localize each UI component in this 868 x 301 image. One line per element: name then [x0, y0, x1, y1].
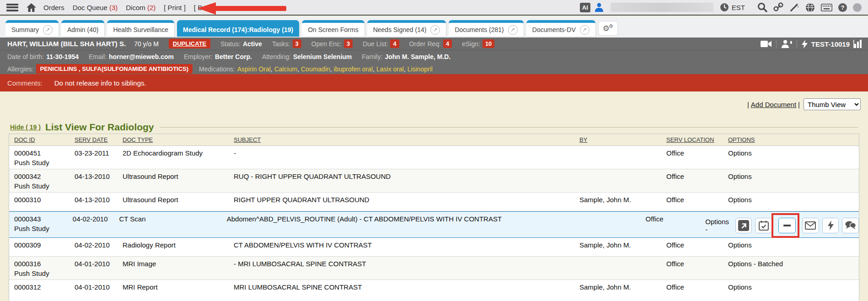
schedule-button[interactable]	[755, 218, 772, 233]
hide-list-link[interactable]: Hide ( 19 )	[10, 124, 41, 131]
family-value: John M. Sample, M.D.	[385, 53, 450, 60]
cell-serv-date: 04-02-2010	[75, 241, 123, 256]
col-options[interactable]: OPTIONS	[728, 136, 755, 143]
ai-badge[interactable]: AI	[580, 3, 590, 12]
col-serv-location[interactable]: SERV LOCATION	[666, 136, 714, 143]
bar-chart-icon[interactable]	[853, 40, 863, 48]
medication-link[interactable]: Lisinopril	[407, 65, 433, 73]
tasks-count-badge[interactable]: 3	[293, 39, 301, 48]
table-row[interactable]: 000031004-13-2010Ultrasound ReportRIGHT …	[9, 193, 859, 211]
hamburger-menu-icon[interactable]	[6, 4, 18, 11]
cell-doc-id: 0000310	[14, 196, 75, 211]
add-document-link[interactable]: Add Document	[751, 101, 796, 108]
medication-link[interactable]: Aspirin Oral	[237, 65, 271, 73]
cell-serv-date: 04-01-2010	[75, 283, 123, 301]
video-camera-icon[interactable]	[761, 40, 772, 48]
email-button[interactable]	[802, 218, 819, 233]
family-label: Family:	[362, 53, 382, 60]
lightning-icon[interactable]	[802, 40, 808, 48]
help-icon[interactable]: ?	[838, 3, 847, 12]
nav-dicom[interactable]: Dicom (2)	[126, 4, 155, 11]
tab-admin[interactable]: Admin (40)	[61, 20, 104, 37]
options-link[interactable]: Options -	[705, 218, 732, 233]
options-link[interactable]: Options	[728, 283, 752, 291]
duplicate-badge[interactable]: DUPLICATE	[169, 39, 210, 48]
open-enc-count-badge[interactable]: 3	[344, 39, 353, 48]
comments-button[interactable]	[842, 218, 859, 233]
cell-serv-location: Office	[666, 196, 728, 211]
medication-link[interactable]: Coumadin	[301, 65, 330, 73]
col-doc-id[interactable]: DOC ID	[14, 136, 35, 143]
globe-icon[interactable]	[805, 3, 815, 12]
cell-subject: - MRI LUMBOSACRAL SPINE CONTRAST	[234, 260, 579, 280]
col-serv-date[interactable]: SERV DATE	[75, 136, 107, 143]
patient-name: HART, WILLIAM (BILL SHA HART) S.	[7, 40, 126, 48]
col-subject[interactable]: SUBJECT	[234, 136, 261, 143]
esign-count-badge[interactable]: 10	[482, 39, 494, 48]
cell-doc-type: Radiology Report	[123, 241, 234, 256]
external-link-icon[interactable]: ↗	[580, 25, 589, 35]
table-row[interactable]: 000031204-01-2010MRI ReportMRI LUMBOSACR…	[9, 280, 859, 301]
external-link-icon[interactable]: ↗	[508, 25, 518, 35]
table-row[interactable]: 0000342Push Study04-13-2010Ultrasound Re…	[9, 169, 859, 193]
allergies-badge[interactable]: PENICILLINS , SULFA(SULFONAMIDE ANTIBIOT…	[36, 64, 193, 74]
col-doc-type[interactable]: DOC TYPE	[123, 136, 153, 143]
keyboard-icon[interactable]	[821, 4, 832, 11]
avatar-placeholder[interactable]	[853, 3, 862, 12]
cell-subject: -	[234, 149, 579, 169]
tab-documents-dv[interactable]: Documents-DV↗	[526, 20, 595, 37]
col-by[interactable]: BY	[579, 136, 587, 143]
tab-summary[interactable]: Summary↗	[5, 20, 59, 37]
table-row[interactable]: 0000451Push Study03-23-20112D Echocardio…	[9, 146, 859, 169]
due-list-count-badge[interactable]: 4	[390, 39, 399, 48]
external-link-icon[interactable]: ↗	[430, 25, 440, 35]
medication-link[interactable]: Lasix oral	[376, 65, 404, 73]
search-icon[interactable]	[757, 2, 767, 12]
nav-orders[interactable]: Orders	[43, 4, 64, 11]
tab-on-screen-forms[interactable]: On Screen Forms	[302, 20, 364, 37]
table-body: 0000451Push Study03-23-20112D Echocardio…	[9, 146, 859, 301]
options-link[interactable]: Options	[728, 149, 752, 157]
cell-serv-date: 03-23-2011	[75, 149, 123, 169]
options-link[interactable]: Options - Batched	[728, 260, 783, 268]
home-icon[interactable]	[27, 3, 36, 12]
open-document-button[interactable]	[735, 218, 752, 233]
employer-label: Employer:	[184, 53, 213, 60]
wand-icon[interactable]	[789, 2, 799, 12]
table-row[interactable]: 0000343Push Study04-02-2010CT ScanAbdome…	[9, 211, 859, 238]
user-icon[interactable]	[595, 3, 603, 12]
table-row[interactable]: 0000316Push Study04-01-2010MRI Image- MR…	[9, 257, 859, 280]
tab-medical-record-radiology[interactable]: Medical Record (174):Radiology (19)	[177, 20, 299, 37]
table-row[interactable]: 000030904-02-2010Radiology ReportCT ABDO…	[9, 238, 859, 257]
medication-link[interactable]: ibuprofen oral	[334, 65, 373, 73]
envelope-icon	[805, 221, 816, 230]
tab-health-surveillance[interactable]: Health Surveillance	[107, 20, 174, 37]
tab-needs-signed[interactable]: Needs Signed (14)↗	[367, 20, 446, 37]
nav-doc-queue[interactable]: Doc Queue (3)	[73, 4, 118, 11]
cell-options: Options	[728, 241, 859, 256]
clock-icon[interactable]	[720, 3, 729, 12]
burn-button[interactable]: [ Burn ]	[194, 4, 216, 11]
attending-value: Selenium Selenium	[293, 53, 352, 60]
pipe: |	[747, 101, 749, 108]
quick-action-button[interactable]	[822, 218, 839, 233]
email-label: Email:	[89, 53, 107, 60]
tab-documents[interactable]: Documents (281)↗	[449, 20, 523, 37]
options-link[interactable]: Options	[728, 172, 752, 180]
cell-by: Sample, John M.	[579, 241, 666, 256]
remove-button[interactable]	[778, 218, 796, 233]
link-icon[interactable]	[773, 2, 783, 12]
cell-serv-date: 04-02-2010	[73, 215, 119, 237]
add-person-icon[interactable]	[781, 40, 792, 48]
options-link[interactable]: Options	[728, 196, 752, 204]
tab-settings-gears-icon[interactable]: ⚙⚙	[598, 21, 618, 36]
print-button[interactable]: [ Print ]	[164, 4, 186, 11]
email-value[interactable]: horner@mieweb.com	[109, 53, 174, 60]
order-req-count-badge[interactable]: 4	[443, 39, 452, 48]
options-link[interactable]: Options	[728, 241, 752, 249]
view-mode-select[interactable]: Thumb View	[804, 98, 861, 110]
external-link-icon[interactable]: ↗	[43, 25, 53, 35]
cell-doc-type: MRI Image	[123, 260, 234, 280]
status-label: Status:	[220, 40, 241, 48]
medication-link[interactable]: Calcium	[274, 65, 298, 73]
